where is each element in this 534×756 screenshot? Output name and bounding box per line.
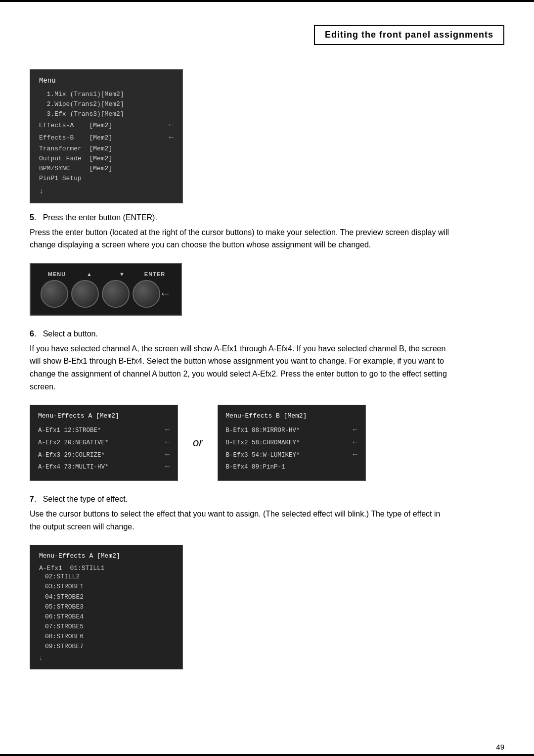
menu-item-1: 1.Mix (Trans1)[Mem2]: [39, 90, 174, 99]
efx-b-title: Menu-Effects B [Mem2]: [226, 412, 357, 420]
et-item-8: 09:STROBE7: [39, 642, 174, 652]
et-item-1: 02:STILL2: [39, 572, 174, 582]
label-down: ▼: [106, 271, 138, 277]
menu-item-7: Output Fade [Mem2]: [39, 154, 174, 164]
menu-item-6: Transformer [Mem2]: [39, 144, 174, 154]
label-up: ▲: [73, 271, 106, 277]
menu-item-9: PinP1 Setup: [39, 174, 174, 184]
et-item-2: 03:STROBE1: [39, 582, 174, 592]
step6-title: Select a button.: [43, 330, 98, 338]
page-title: Editing the front panel assignments: [314, 25, 504, 45]
efx-arrow-3: ←: [165, 449, 170, 462]
down-button[interactable]: [102, 280, 130, 308]
et-item-5: 06:STROBE4: [39, 612, 174, 622]
menu-title: Menu: [39, 77, 174, 85]
et-item-3: 04:STROBE2: [39, 592, 174, 602]
button-panel: MENU ▲ ▼ ENTER ←: [30, 263, 182, 316]
efx-b-item-4: B-Efx4 89:PinP-1 ←: [226, 461, 357, 473]
step7-number: 7: [30, 495, 34, 503]
menu-item-4: Effects-A [Mem2]←: [39, 119, 174, 132]
efx-b-item-1: B-Efx1 88:MIRROR-HV* ←: [226, 425, 357, 437]
efx-b-item-2: B-Efx2 58:CHROMAKEY* ←: [226, 437, 357, 449]
enter-arrow-icon: ←: [159, 287, 171, 300]
step5-title: Press the enter button (ENTER).: [43, 213, 157, 222]
step7-body: Use the cursor buttons to select the eff…: [30, 508, 450, 533]
efx-a-item-3: A-Efx3 29:COLRIZE* ←: [38, 449, 170, 462]
efx-a-title: Menu-Effects A [Mem2]: [38, 412, 170, 420]
efx-a-item-1: A-Efx1 12:STROBE* ←: [38, 425, 170, 437]
efx-arrow-4: ←: [165, 461, 170, 473]
efx-screen-a: Menu-Effects A [Mem2] A-Efx1 12:STROBE* …: [30, 405, 178, 481]
step7-title: Select the type of effect.: [43, 495, 128, 503]
or-text: or: [193, 436, 203, 449]
bottom-border: [0, 754, 534, 756]
step6-body: If you have selected channel A, the scre…: [30, 342, 450, 393]
menu-item-2: 2.Wipe(Trans2)[Mem2]: [39, 99, 174, 109]
et-item-7: 08:STROBE6: [39, 632, 174, 642]
efx-b-arrow-2: ←: [353, 437, 357, 449]
et-down-arrow: ↓: [39, 655, 174, 662]
effects-row: Menu-Effects A [Mem2] A-Efx1 12:STROBE* …: [30, 405, 504, 481]
efx-a-item-4: A-Efx4 73:MULTI-HV* ←: [38, 461, 170, 473]
efx-arrow-1: ←: [165, 425, 170, 437]
efx-b-arrow-1: ←: [353, 425, 357, 437]
main-content: Menu 1.Mix (Trans1)[Mem2] 2.Wipe(Trans2)…: [30, 69, 504, 679]
effect-types-screen: Menu-Effects A [Mem2] A-Efx1 01:STILL1 0…: [30, 545, 183, 669]
efx-a-item-2: A-Efx2 20:NEGATIVE* ←: [38, 437, 170, 449]
step6-number: 6: [30, 330, 34, 338]
down-arrow-1: ↓: [39, 187, 174, 196]
efx-b-item-3: B-Efx3 54:W-LUMIKEY* ←: [226, 449, 357, 462]
efx-arrow-2: ←: [165, 437, 170, 449]
step5-number: 5: [30, 213, 34, 222]
menu-button[interactable]: [41, 280, 68, 308]
up-button[interactable]: [71, 280, 99, 308]
menu-item-3: 3.Efx (Trans3)[Mem2]: [39, 109, 174, 119]
efx-b-arrow-3: ←: [353, 449, 357, 462]
top-border: [0, 0, 534, 2]
step7-label: 7. Select the type of effect.: [30, 495, 504, 504]
step5-label: 5. Press the enter button (ENTER).: [30, 213, 504, 222]
efx-screen-b: Menu-Effects B [Mem2] B-Efx1 88:MIRROR-H…: [218, 405, 366, 481]
menu-screen-1: Menu 1.Mix (Trans1)[Mem2] 2.Wipe(Trans2)…: [30, 69, 183, 203]
step5-body: Press the enter button (located at the r…: [30, 226, 450, 251]
enter-button[interactable]: [133, 280, 160, 308]
et-first-item: A-Efx1 01:STILL1: [39, 565, 174, 572]
label-enter: ENTER: [138, 271, 171, 277]
menu-item-5: Effects-B [Mem2]←: [39, 132, 174, 144]
circles-row: ←: [41, 280, 171, 308]
label-menu: MENU: [41, 271, 73, 277]
menu-item-8: BPM/SYNC [Mem2]: [39, 164, 174, 174]
et-title: Menu-Effects A [Mem2]: [39, 552, 174, 560]
page-number: 49: [496, 743, 504, 751]
et-item-4: 05:STROBE3: [39, 602, 174, 612]
et-item-6: 07:STROBE5: [39, 622, 174, 632]
step6-label: 6. Select a button.: [30, 330, 504, 338]
